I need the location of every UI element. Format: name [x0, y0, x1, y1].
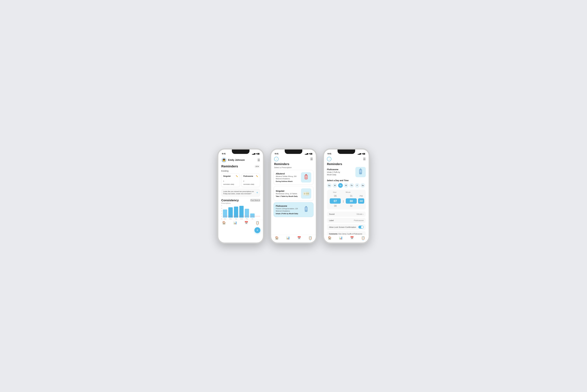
nav-analytics-p2[interactable]: 📊: [286, 236, 290, 240]
existing-label: Existing: [218, 169, 263, 173]
lock-screen-toggle[interactable]: [358, 226, 364, 228]
phone1-username: Emily Johnson: [228, 159, 245, 162]
day-m[interactable]: M: [332, 183, 337, 188]
nav-home-p3[interactable]: 🏠: [328, 236, 332, 240]
phone2-bottom-nav: 🏠 📊 📅 📋: [271, 235, 316, 242]
phone3-main-content: Fluticasone Inhale 2 Puffs byMouth Daily…: [324, 166, 369, 235]
phone3-bottom-nav: 🏠 📊 📅 📋: [324, 235, 369, 242]
bar-thu: Thu: [245, 205, 249, 220]
label-settings-row[interactable]: Label Fluticasone: [327, 218, 366, 223]
albuterol-image: Rx: [301, 172, 311, 182]
day-tu[interactable]: Tu: [338, 183, 343, 188]
sound-settings-row[interactable]: Sound Vibrate ›: [327, 212, 366, 217]
card2-name: Fluticasone: [243, 175, 253, 177]
phone3-top-nav: ‹ ☰: [324, 156, 369, 162]
all-filter-button[interactable]: All ▾: [254, 165, 260, 168]
phone2-signal-icons: ▂▄▆ ◀ ▓▓: [305, 153, 312, 154]
lock-screen-row[interactable]: Allow Lock Screen Confirmation: [327, 224, 366, 230]
p3-med-image: Rx: [356, 167, 366, 177]
nav-calendar[interactable]: 📅: [244, 221, 248, 224]
fluticasone-instruction: Inhale 2 Puffs by Mouth Daily: [276, 213, 300, 214]
missed-prescriptions-banner: Looks like you missed two prescriptions …: [221, 189, 260, 196]
avatar: 👧: [221, 158, 226, 163]
nav-reminders-p2[interactable]: 📋: [308, 236, 312, 240]
day-sa[interactable]: Sa: [360, 183, 365, 188]
day-su[interactable]: Su: [327, 183, 332, 188]
min-curr[interactable]: 30: [346, 198, 357, 204]
phone-3: 9:41 ▂▄▆ ◀ ▓▓ ‹ ☰ Reminders Fluticasone …: [323, 148, 370, 244]
menu-icon-2[interactable]: ☰: [310, 157, 313, 161]
menu-icon[interactable]: ☰: [258, 158, 260, 162]
nav-home[interactable]: 🏠: [222, 221, 226, 224]
nav-home-p2[interactable]: 🏠: [275, 236, 279, 240]
chart-y-labels: 5 4 3 2 1 0: [221, 205, 222, 220]
day-th[interactable]: Th: [349, 183, 354, 188]
fluticasone-detail: Flovent 110mgc/acutation, 120 Metered In…: [276, 208, 300, 212]
fluticasone-card[interactable]: Fluticasone ✏️ 2 reminders daily: [242, 174, 260, 187]
phone1-time: 9:41: [222, 152, 226, 155]
select-prescription-label: Select a Prescription: [271, 166, 316, 170]
singulair-card-p2[interactable]: Singulair Montelukast 10mg, 10 Tablets T…: [274, 186, 314, 201]
back-button[interactable]: ‹: [274, 157, 278, 161]
albuterol-instruction: During Asthma Attack: [276, 180, 300, 182]
minute-label: Minute: [346, 191, 350, 193]
hour-next: 08: [334, 204, 337, 208]
time-picker: Hour Minute 06 07 08 :: [327, 190, 366, 210]
nav-reminders-p3[interactable]: 📋: [361, 236, 365, 240]
phone1-header: 👧 Emily Johnson ☰: [218, 156, 263, 164]
past-week-button[interactable]: Past Week ▾: [250, 199, 260, 202]
lock-screen-label: Allow Lock Screen Confirmation: [329, 226, 356, 228]
albuterol-card[interactable]: Albuterol Albuterol Sulfate 90mcg, 200 M…: [274, 170, 314, 185]
chart-threshold-line: [223, 216, 260, 216]
consistency-chart: Sun Mon Tue: [223, 205, 260, 220]
nav-calendar-p2[interactable]: 📅: [297, 236, 301, 240]
phone2-time: 9:41: [275, 152, 278, 155]
phone2-screen: ‹ ☰ Reminders Select a Prescription Albu…: [271, 156, 316, 242]
edit-icon-2[interactable]: ✏️: [256, 175, 258, 177]
card2-count: 2: [243, 178, 244, 183]
ampm-col: PM AM: [358, 194, 364, 208]
nav-calendar-p3[interactable]: 📅: [350, 236, 354, 240]
nav-active-dot-p2: [310, 240, 310, 240]
ampm-curr[interactable]: AM: [358, 198, 364, 204]
singulair-instruction: Take 1 Tablet by Mouth Daily: [276, 196, 300, 197]
singulair-name-p2: Singulair: [276, 190, 300, 192]
p3-med-header: Fluticasone Inhale 2 Puffs byMouth Daily…: [327, 167, 366, 177]
fluticasone-card-p2[interactable]: Fluticasone Flovent 110mgc/acutation, 12…: [274, 202, 314, 217]
singulair-card[interactable]: Singulair ✏️ 1 reminders daily: [221, 174, 240, 187]
sound-label: Sound: [329, 213, 334, 215]
phone2-reminders-title: Reminders: [271, 162, 316, 166]
albuterol-info: Albuterol Albuterol Sulfate 90mcg, 200 M…: [276, 172, 300, 182]
bar-extra: [256, 205, 260, 220]
nav-analytics-p3[interactable]: 📊: [339, 236, 343, 240]
card1-name: Singulair: [223, 175, 231, 177]
phone3-reminders-title: Reminders: [324, 162, 369, 166]
phone2-notch: [285, 150, 302, 154]
card1-text: reminders daily: [223, 184, 234, 185]
bar-wed: Wed: [239, 205, 244, 220]
nav-reminders[interactable]: 📋: [256, 221, 259, 224]
phone3-time: 9:41: [328, 152, 331, 155]
phone-2: 9:41 ▂▄▆ ◀ ▓▓ ‹ ☰ Reminders Select a Pre…: [270, 148, 317, 244]
day-f[interactable]: F: [355, 183, 360, 188]
menu-icon-3[interactable]: ☰: [363, 157, 366, 161]
phone3-screen: ‹ ☰ Reminders Fluticasone Inhale 2 Puffs…: [324, 156, 369, 242]
bar-fri: Fri: [250, 205, 254, 220]
nav-active-dot-p3: [363, 240, 363, 240]
comments-label: Comments:: [329, 233, 338, 235]
add-reminder-fab[interactable]: +: [254, 227, 260, 233]
nav-analytics[interactable]: 📊: [233, 221, 237, 224]
day-w[interactable]: W: [344, 183, 348, 188]
edit-icon-1[interactable]: ✏️: [236, 175, 238, 177]
add-reminder-inline-button[interactable]: +: [256, 191, 258, 194]
albuterol-name: Albuterol: [276, 172, 300, 175]
phone3-notch: [338, 150, 355, 154]
back-button-p3[interactable]: ‹: [327, 157, 331, 161]
day-selector: Su M Tu W Th F Sa: [327, 183, 366, 188]
hour-curr[interactable]: 07: [330, 198, 341, 204]
label-label: Label: [329, 219, 334, 222]
time-colon: :: [342, 200, 344, 203]
minute-col: 31 30 32: [344, 194, 358, 208]
phone1-user: 👧 Emily Johnson: [221, 158, 245, 163]
prescriptions-chart-label: Prescriptions: [221, 202, 260, 204]
